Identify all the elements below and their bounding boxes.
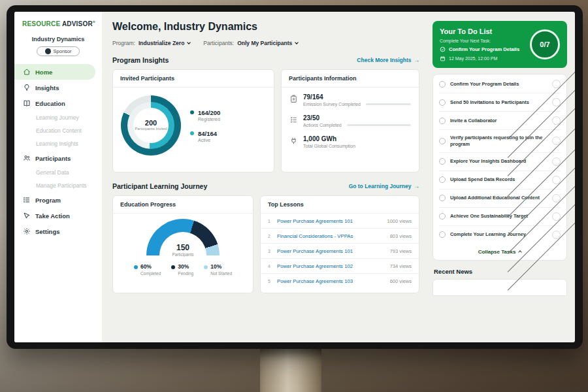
- task-chevron-right-icon[interactable]: [552, 137, 561, 145]
- lesson-link[interactable]: Financial Considerations - VPPAs: [277, 233, 385, 239]
- plug-icon: [289, 136, 298, 144]
- task-checkbox[interactable]: [439, 138, 446, 144]
- active-label: Active: [198, 138, 217, 142]
- sidebar-item-manage-participants[interactable]: Manage Participants: [14, 179, 102, 192]
- lesson-views: 600 views: [390, 278, 412, 284]
- sidebar-item-participants[interactable]: Participants: [14, 150, 102, 166]
- not-started-dot: [204, 265, 208, 269]
- task-checkbox[interactable]: [439, 176, 446, 183]
- lesson-row: 2 Financial Considerations - VPPAs 803 v…: [261, 229, 419, 244]
- pending-label: Pending: [178, 271, 193, 276]
- sidebar-item-general-data[interactable]: General Data: [14, 166, 102, 179]
- brand-primary: RESOURCE: [22, 20, 60, 27]
- lesson-row: 4 Power Purchase Agreements 102 734 view…: [261, 259, 419, 274]
- task-label: Confirm Your Program Details: [450, 81, 547, 88]
- sidebar-item-label: Education: [35, 100, 65, 107]
- not-started-label: Not Started: [210, 271, 232, 276]
- monitor-stand: [260, 349, 321, 392]
- legend-item-registered: 164/200 Registered: [190, 109, 220, 122]
- participants-information-title: Participants Information: [282, 70, 419, 88]
- task-chevron-right-icon[interactable]: [552, 176, 561, 184]
- active-value: 84/164: [198, 130, 217, 137]
- lesson-views: 1000 views: [387, 218, 412, 224]
- legend-item-not-started: 10% Not Started: [204, 263, 232, 276]
- lesson-link[interactable]: Power Purchase Agreements 103: [277, 278, 385, 284]
- program-filter-dropdown[interactable]: Program: Industrialize Zero: [112, 40, 190, 46]
- education-progress-legend: 60% Completed 30% Pending 10% Not Starte…: [134, 263, 232, 276]
- task-checkbox[interactable]: [439, 99, 446, 106]
- task-checkbox[interactable]: [439, 158, 446, 165]
- todo-summary-card: Your To Do List Complete Your Next Task:…: [433, 21, 567, 68]
- sidebar-item-take-action[interactable]: Take Action: [14, 208, 102, 223]
- task-chevron-right-icon[interactable]: [552, 194, 561, 203]
- sidebar-item-label: Home: [35, 69, 52, 76]
- sponsor-badge-label: Sponsor: [54, 48, 72, 54]
- task-chevron-right-icon[interactable]: [552, 116, 561, 125]
- list-icon: [23, 196, 31, 204]
- lesson-rank: 5: [268, 279, 272, 284]
- gear-icon: [23, 227, 31, 235]
- home-icon: [23, 68, 31, 76]
- task-chevron-right-icon[interactable]: [552, 212, 561, 221]
- task-checkbox[interactable]: [439, 195, 446, 201]
- actions-completed-label: Actions Completed: [303, 123, 342, 127]
- sidebar-item-label: Settings: [35, 228, 59, 235]
- lesson-rank: 4: [268, 264, 272, 269]
- lesson-row: 1 Power Purchase Agreements 101 1000 vie…: [261, 214, 419, 229]
- lesson-rank: 3: [268, 249, 272, 253]
- task-chevron-right-icon[interactable]: [552, 98, 561, 106]
- check-more-insights-link[interactable]: Check More Insights →: [357, 57, 419, 63]
- brand-logo: RESOURCE ADVISOR+: [14, 20, 102, 27]
- sidebar-item-settings[interactable]: Settings: [14, 223, 102, 239]
- lesson-link[interactable]: Power Purchase Agreements 102: [277, 263, 385, 269]
- sponsor-badge[interactable]: Sponsor: [37, 46, 80, 56]
- invited-center-label: Participants Invited: [135, 127, 167, 131]
- task-checkbox[interactable]: [439, 118, 446, 124]
- filters-row: Program: Industrialize Zero Participants…: [112, 40, 419, 46]
- sidebar-item-home[interactable]: Home: [14, 64, 95, 80]
- pending-dot: [171, 265, 175, 269]
- program-insights-title: Program Insights: [112, 56, 169, 64]
- lesson-link[interactable]: Power Purchase Agreements 101: [277, 218, 382, 224]
- sidebar-item-label: Program: [35, 197, 61, 204]
- task-chevron-right-icon[interactable]: [552, 157, 561, 166]
- sidebar-item-label: Take Action: [35, 212, 70, 220]
- task-checkbox[interactable]: [439, 213, 446, 220]
- sidebar-item-label: Insights: [35, 84, 59, 91]
- gauge-center-value: 150: [146, 243, 220, 252]
- education-progress-body: 150 Participants 60% Completed 30%: [113, 214, 253, 276]
- emission-survey-label: Emission Survey Completed: [303, 102, 361, 106]
- registered-label: Registered: [198, 117, 220, 122]
- todo-task-row[interactable]: Confirm Your Program Details: [439, 75, 561, 93]
- education-progress-title: Education Progress: [113, 196, 253, 214]
- legend-item-pending: 30% Pending: [171, 263, 193, 276]
- active-dot: [190, 131, 194, 135]
- sidebar-item-education-content[interactable]: Education Content: [14, 124, 102, 137]
- task-checkbox[interactable]: [439, 231, 446, 238]
- sidebar-item-learning-journey[interactable]: Learning Journey: [14, 111, 102, 124]
- lesson-link[interactable]: Power Purchase Agreements 101: [277, 248, 385, 254]
- sidebar-item-education[interactable]: Education: [14, 95, 102, 111]
- brand-plus: +: [93, 20, 95, 24]
- check-more-insights-label: Check More Insights: [357, 57, 411, 63]
- completed-dot: [134, 265, 138, 269]
- registered-dot: [190, 110, 194, 114]
- cursor-icon: [23, 212, 31, 220]
- education-progress-center: 150 Participants: [146, 243, 220, 257]
- completed-label: Completed: [140, 271, 161, 276]
- participants-filter-dropdown[interactable]: Participants: Only My Participants: [203, 40, 298, 46]
- task-chevron-right-icon[interactable]: [552, 80, 561, 88]
- go-to-learning-journey-link[interactable]: Go to Learning Journey →: [349, 183, 419, 189]
- program-filter-value: Industrialize Zero: [139, 40, 184, 46]
- sidebar-item-learning-insights[interactable]: Learning Insights: [14, 137, 102, 150]
- invited-center-value: 200: [145, 119, 157, 127]
- task-checkbox[interactable]: [439, 81, 446, 88]
- sidebar-item-insights[interactable]: Insights: [14, 80, 102, 95]
- education-progress-card: Education Progress 150 Participants: [112, 195, 253, 293]
- task-chevron-right-icon[interactable]: [552, 231, 561, 239]
- check-circle-icon: [440, 46, 446, 52]
- sidebar-nav: Home Insights Education Learning Journey…: [14, 64, 102, 239]
- actions-completed-value: 23/50: [303, 114, 411, 122]
- sidebar-item-program[interactable]: Program: [14, 192, 102, 208]
- invited-donut-center: 200 Participants Invited: [133, 108, 169, 143]
